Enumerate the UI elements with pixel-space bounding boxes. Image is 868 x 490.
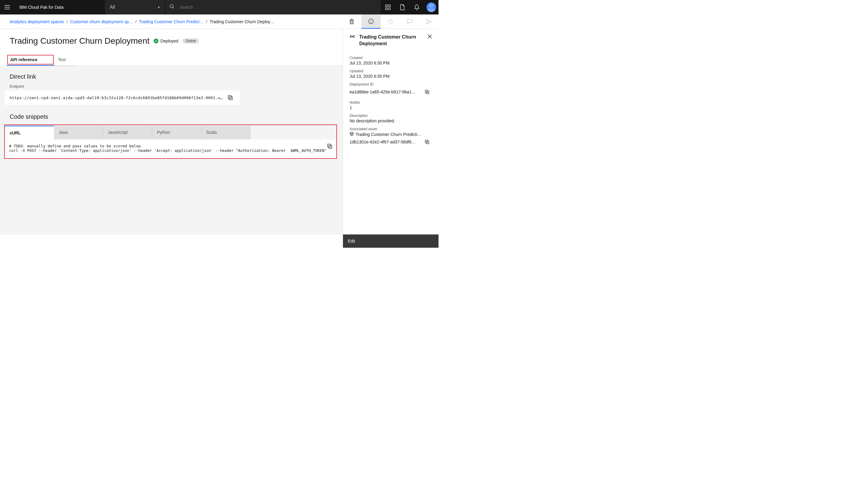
status-text: Deployed — [160, 38, 178, 43]
search-icon — [169, 4, 175, 10]
body-area: Trading Customer Churn Deployment Deploy… — [0, 29, 438, 248]
title-block: Trading Customer Churn Deployment Deploy… — [0, 29, 343, 46]
apps-icon[interactable] — [381, 0, 395, 14]
breadcrumb-link[interactable]: Customer churn deployment sp… — [70, 19, 133, 24]
tab-label: Test — [58, 57, 66, 62]
copy-icon[interactable] — [422, 137, 432, 147]
svg-rect-17 — [426, 91, 429, 94]
breadcrumb-sep: / — [206, 19, 207, 24]
filter-value: All — [110, 4, 115, 10]
svg-point-9 — [427, 23, 428, 24]
svg-rect-2 — [389, 5, 390, 7]
search-box — [165, 0, 381, 14]
asset-name[interactable]: Trading Customer Churn Prediction … — [355, 132, 422, 137]
svg-rect-18 — [425, 140, 428, 143]
snippet-tab-javascript[interactable]: JavaScript — [103, 126, 152, 140]
endpoint-url: https://zen1-cpd-zen1.aida-cpd3-dal10-b3… — [10, 95, 223, 100]
asset-icon — [350, 132, 354, 137]
top-bar: IBM Cloud Pak for Data All ▼ — [0, 0, 438, 14]
copy-icon[interactable] — [225, 93, 235, 102]
app-title: IBM Cloud Pak for Data — [14, 5, 105, 10]
code-block: # TODO: manually define and pass values … — [5, 140, 336, 158]
chevron-down-icon: ▼ — [157, 6, 160, 9]
edit-button[interactable]: Edit — [343, 235, 438, 248]
info-icon[interactable] — [361, 14, 381, 29]
tab-api-reference[interactable]: API reference — [7, 54, 54, 66]
tab-label: JavaScript — [108, 130, 127, 135]
deployment-id-value: ea1d8bbe-1a65-425e-b917-9ba1… — [350, 90, 416, 94]
tab-test[interactable]: Test — [54, 54, 76, 66]
topbar-actions — [381, 0, 438, 14]
crumb-actions — [342, 14, 438, 29]
snippet-tab-java[interactable]: Java — [54, 126, 103, 140]
endpoint-label: Endpoint — [10, 84, 333, 89]
breadcrumb-link[interactable]: Trading Customer Churn Predict… — [139, 19, 204, 24]
history-icon[interactable] — [381, 14, 400, 29]
avatar[interactable] — [427, 2, 436, 12]
breadcrumb-sep: / — [135, 19, 136, 24]
deployment-id-label: Deployment ID — [350, 82, 432, 87]
svg-point-15 — [352, 36, 353, 37]
bell-icon[interactable] — [410, 0, 424, 14]
document-icon[interactable] — [395, 0, 410, 14]
side-panel-header: Trading Customer Churn Deployment — [343, 29, 438, 50]
svg-rect-14 — [329, 145, 332, 148]
description-value: No description provided. — [350, 118, 432, 123]
svg-rect-3 — [385, 8, 387, 10]
updated-label: Updated — [350, 69, 432, 73]
snippet-tab-scala[interactable]: Scala — [201, 126, 250, 140]
svg-rect-11 — [228, 95, 231, 98]
svg-rect-12 — [229, 97, 232, 100]
snippet-tab-python[interactable]: Python — [152, 126, 201, 140]
svg-point-10 — [430, 21, 431, 22]
chat-icon[interactable] — [400, 14, 419, 29]
side-panel-body: Created Jul 13, 2020 6:30 PM Updated Jul… — [343, 50, 438, 235]
top-tabs: API reference Test — [7, 54, 343, 66]
flow-icon[interactable] — [419, 14, 438, 29]
menu-button[interactable] — [0, 0, 14, 14]
close-icon[interactable] — [427, 34, 433, 40]
copy-icon[interactable] — [325, 141, 335, 151]
svg-rect-4 — [389, 8, 390, 10]
breadcrumb-sep: / — [67, 19, 68, 24]
content-panel: Direct link Endpoint https://zen1-cpd-ze… — [0, 66, 343, 235]
filter-dropdown[interactable]: All ▼ — [105, 0, 165, 14]
tab-label: Scala — [206, 130, 217, 135]
side-panel: Trading Customer Churn Deployment Create… — [343, 29, 438, 248]
snippet-tab-curl[interactable]: cURL — [5, 126, 54, 140]
created-label: Created — [350, 56, 432, 60]
tab-label: cURL — [10, 130, 21, 135]
checkmark-icon — [154, 38, 158, 43]
code-snippets-heading: Code snippets — [10, 113, 333, 120]
status-badge: Deployed — [154, 38, 178, 43]
page-title: Trading Customer Churn Deployment — [10, 36, 150, 46]
created-value: Jul 13, 2020 6:30 PM — [350, 61, 432, 65]
tab-label: Java — [59, 130, 68, 135]
side-panel-title: Trading Customer Churn Deployment — [359, 34, 427, 47]
main-column: Trading Customer Churn Deployment Deploy… — [0, 29, 343, 248]
breadcrumb: Analytics deployment spaces / Customer c… — [10, 19, 342, 24]
svg-point-8 — [427, 20, 428, 21]
description-label: Description — [350, 114, 432, 118]
breadcrumb-row: Analytics deployment spaces / Customer c… — [0, 14, 438, 29]
svg-point-0 — [170, 4, 173, 8]
svg-rect-13 — [328, 144, 331, 147]
nodes-value: 1 — [350, 105, 432, 110]
breadcrumb-link[interactable]: Analytics deployment spaces — [10, 19, 64, 24]
search-input[interactable] — [180, 5, 377, 10]
tab-label: API reference — [10, 57, 37, 62]
broadcast-icon — [350, 34, 355, 40]
svg-rect-16 — [425, 90, 428, 93]
code-text: # TODO: manually define and pass values … — [9, 144, 327, 153]
svg-point-6 — [427, 8, 435, 12]
asset-id: 1db1301e-42e2-4f67-ad37-58df6… — [350, 140, 416, 144]
updated-value: Jul 13, 2020 6:30 PM — [350, 74, 432, 79]
online-chip: Online — [182, 38, 199, 44]
snippet-tabs: cURL Java JavaScript Python Scala — [5, 125, 336, 140]
nodes-label: Nodes — [350, 100, 432, 104]
copy-icon[interactable] — [422, 87, 432, 97]
code-snippets-block: cURL Java JavaScript Python Scala # TODO… — [4, 124, 337, 159]
svg-point-5 — [429, 4, 434, 8]
svg-point-7 — [369, 19, 373, 24]
trash-icon[interactable] — [342, 14, 361, 29]
